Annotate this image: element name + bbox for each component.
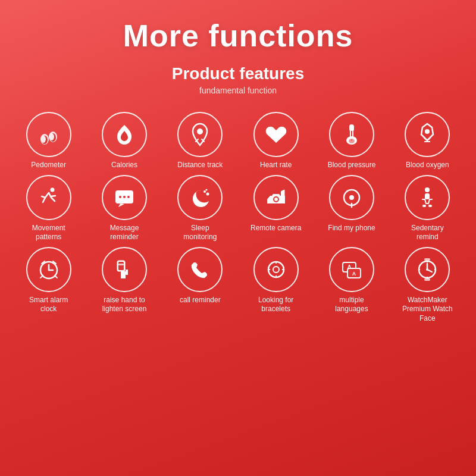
svg-rect-60: [424, 258, 430, 261]
feature-label-calories: Calories: [111, 161, 137, 170]
feature-label-heart: Heart rate: [260, 161, 292, 170]
feature-item-sleep: Sleep monitoring: [164, 175, 237, 242]
svg-rect-29: [425, 193, 430, 199]
svg-point-43: [273, 267, 279, 273]
feature-label-sleep: Sleep monitoring: [173, 224, 227, 242]
svg-point-20: [203, 190, 206, 193]
sub-sub-title: fundamental function: [199, 86, 277, 95]
svg-rect-30: [422, 205, 426, 207]
feature-item-sedentary: Sedentary remind: [391, 175, 464, 242]
feature-item-bloodoxygen: Blood oxygen: [391, 112, 464, 170]
svg-text:A: A: [352, 271, 356, 277]
sedentary-icon: [405, 175, 450, 220]
remotecamera-icon: [253, 175, 299, 220]
bracelet-icon: [253, 247, 299, 292]
svg-point-4: [41, 136, 46, 143]
features-grid: PedometerCaloriesDistance trackHeart rat…: [6, 112, 470, 324]
feature-label-distance: Distance track: [177, 161, 223, 170]
svg-line-37: [40, 275, 43, 278]
feature-label-alarm: Smart alarm clock: [22, 296, 76, 314]
feature-label-language: multiple languages: [325, 296, 378, 314]
feature-item-distance: Distance track: [164, 112, 237, 170]
feature-label-pedometer: Pedometer: [31, 161, 66, 170]
feature-label-movement: Movement patterns: [22, 224, 76, 242]
heart-icon: [253, 112, 299, 157]
sleep-icon: [177, 175, 223, 220]
feature-item-pedometer: Pedometer: [12, 112, 85, 170]
svg-rect-61: [424, 278, 430, 281]
svg-point-7: [198, 129, 202, 134]
feature-item-remotecamera: Remote camera: [239, 175, 312, 242]
svg-point-15: [50, 187, 54, 192]
alarm-icon: [26, 247, 71, 292]
distance-icon: [177, 112, 223, 157]
bloodpressure-icon: °: [329, 112, 374, 157]
bloodoxygen-icon: [405, 112, 450, 157]
feature-label-bloodpressure: Blood pressure: [328, 161, 376, 170]
feature-label-raisehand: raise hand to lighten screen: [98, 296, 151, 314]
feature-item-bloodpressure: °Blood pressure: [315, 112, 388, 170]
svg-point-28: [425, 187, 430, 192]
language-icon: AA: [329, 247, 374, 292]
feature-item-watchface: WatchMaker Premium Watch Face: [391, 247, 464, 324]
svg-point-14: [425, 129, 430, 134]
movement-icon: [26, 175, 71, 220]
feature-item-raisehand: raise hand to lighten screen: [87, 247, 161, 324]
svg-rect-41: [118, 264, 124, 265]
feature-label-call: call reminder: [180, 296, 221, 305]
svg-rect-31: [428, 205, 432, 207]
feature-item-alarm: Smart alarm clock: [12, 247, 85, 324]
message-icon: [102, 175, 147, 220]
feature-item-call: call reminder: [164, 247, 237, 324]
findphone-icon: [329, 175, 374, 220]
svg-point-5: [49, 133, 54, 140]
feature-label-bracelet: Looking for bracelets: [249, 296, 303, 314]
feature-item-bracelet: Looking for bracelets: [239, 247, 312, 324]
feature-label-message: Message reminder: [98, 224, 151, 242]
feature-label-bloodoxygen: Blood oxygen: [406, 161, 449, 170]
svg-rect-40: [118, 262, 124, 270]
feature-item-movement: Movement patterns: [12, 175, 85, 242]
feature-item-heart: Heart rate: [239, 112, 312, 170]
svg-point-26: [349, 195, 354, 200]
feature-label-findphone: Find my phone: [328, 224, 375, 233]
svg-point-42: [268, 262, 284, 277]
feature-label-remotecamera: Remote camera: [250, 224, 301, 233]
svg-point-55: [426, 268, 428, 271]
svg-point-18: [123, 196, 126, 198]
watchface-icon: [405, 247, 450, 292]
calories-icon: [102, 112, 147, 157]
svg-point-21: [206, 192, 209, 195]
svg-point-22: [206, 189, 208, 190]
sub-title: Product features: [172, 64, 305, 83]
svg-point-17: [119, 196, 121, 198]
feature-item-findphone: Find my phone: [315, 175, 388, 242]
svg-point-13: [349, 139, 355, 143]
svg-point-19: [127, 196, 130, 198]
svg-line-38: [55, 275, 57, 278]
feature-item-message: Message reminder: [87, 175, 161, 242]
call-icon: [177, 247, 223, 292]
pedometer-icon: [26, 112, 71, 157]
main-title: More functions: [123, 18, 353, 54]
feature-item-language: AAmultiple languages: [315, 247, 388, 324]
feature-item-calories: Calories: [87, 112, 161, 170]
feature-label-sedentary: Sedentary remind: [400, 224, 454, 242]
raisehand-icon: [102, 247, 147, 292]
svg-point-24: [274, 198, 278, 201]
feature-label-watchface: WatchMaker Premium Watch Face: [400, 296, 454, 324]
